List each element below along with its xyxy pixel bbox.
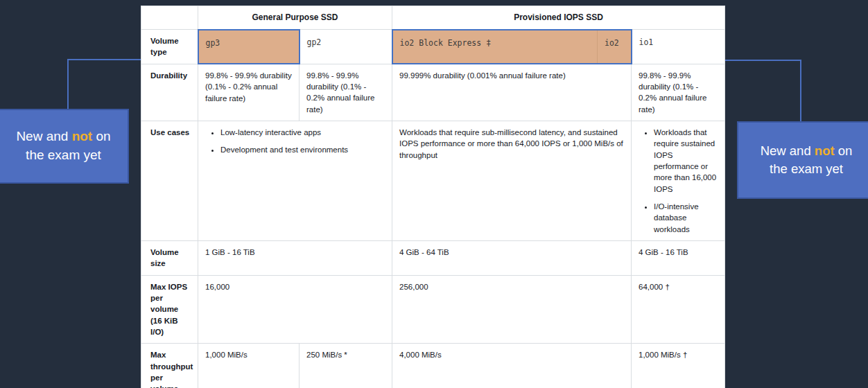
connector-line-right-horizontal (724, 60, 801, 61)
cell-max-iops-gp: 16,000 (198, 275, 392, 344)
callout-text-pre: New and (761, 143, 815, 158)
list-item: Workloads that require sustained IOPS pe… (654, 127, 718, 195)
use-cases-io1-list: Workloads that require sustained IOPS pe… (639, 127, 718, 235)
cell-max-throughput-gp3: 1,000 MiB/s (198, 344, 300, 388)
cell-volume-type-io2: io2 (598, 30, 632, 64)
cell-use-cases-general-purpose: Low-latency interactive apps Development… (198, 121, 392, 240)
connector-line-left-horizontal (67, 59, 141, 60)
cell-max-iops-io2: 256,000 (392, 275, 632, 344)
callout-text-post: on (835, 143, 853, 158)
header-empty-cell (141, 6, 198, 30)
row-label-use-cases: Use cases (141, 121, 198, 240)
header-general-purpose-ssd: General Purpose SSD (198, 6, 392, 30)
header-provisioned-iops-ssd: Provisioned IOPS SSD (392, 6, 725, 30)
table-row-durability: Durability 99.8% - 99.9% durability (0.1… (141, 64, 725, 121)
cell-max-throughput-io1: 1,000 MiB/s † (632, 344, 725, 388)
callout-text-pre: New and (16, 129, 71, 143)
cell-volume-type-io1: io1 (632, 30, 725, 64)
row-label-durability: Durability (141, 64, 198, 121)
callout-left-line1: New and not on (16, 127, 110, 146)
cell-use-cases-io2: Workloads that require sub-millisecond l… (392, 121, 632, 240)
table-header-row: General Purpose SSD Provisioned IOPS SSD (141, 6, 725, 30)
cell-volume-size-gp: 1 GiB - 16 TiB (198, 240, 392, 275)
connector-line-left-vertical (67, 59, 69, 109)
cell-durability-gp3: 99.8% - 99.9% durability (0.1% - 0.2% an… (198, 64, 300, 121)
callout-left: New and not on the exam yet (0, 109, 129, 184)
callout-text-post: on (92, 129, 110, 143)
row-label-volume-size: Volume size (141, 240, 198, 275)
row-label-max-throughput: Max throughput per volume (141, 344, 198, 388)
cell-max-throughput-gp2: 250 MiB/s * (300, 344, 392, 388)
row-label-max-iops: Max IOPS per volume (16 KiB I/O) (141, 275, 198, 344)
use-cases-gp-list: Low-latency interactive apps Development… (205, 127, 385, 156)
row-label-volume-type: Volume type (141, 30, 198, 64)
cell-durability-gp2: 99.8% - 99.9% durability (0.1% - 0.2% an… (300, 64, 392, 121)
table-row-volume-size: Volume size 1 GiB - 16 TiB 4 GiB - 64 Ti… (141, 240, 725, 275)
cell-use-cases-io1: Workloads that require sustained IOPS pe… (632, 121, 725, 240)
cell-volume-type-gp2: gp2 (300, 30, 392, 64)
table-row-use-cases: Use cases Low-latency interactive apps D… (141, 121, 725, 240)
list-item: I/O-intensive database workloads (654, 201, 718, 235)
cell-volume-size-io2: 4 GiB - 64 TiB (392, 240, 632, 275)
ebs-volume-comparison-table: General Purpose SSD Provisioned IOPS SSD… (141, 6, 725, 388)
callout-left-line2: the exam yet (26, 146, 101, 165)
list-item: Low-latency interactive apps (220, 127, 385, 138)
callout-right-line1: New and not on (761, 142, 853, 160)
callout-right: New and not on the exam yet (737, 121, 868, 199)
connector-line-right-vertical (800, 60, 801, 122)
cell-max-throughput-io2: 4,000 MiB/s (392, 344, 632, 388)
table-row-max-iops: Max IOPS per volume (16 KiB I/O) 16,000 … (141, 275, 725, 344)
callout-right-line2: the exam yet (770, 160, 843, 178)
list-item: Development and test environments (220, 144, 385, 155)
callout-emphasis: not (815, 143, 835, 158)
cell-durability-io1: 99.8% - 99.9% durability (0.1% - 0.2% an… (632, 64, 725, 121)
cell-volume-type-gp3: gp3 (198, 30, 300, 64)
table-row-max-throughput: Max throughput per volume 1,000 MiB/s 25… (141, 344, 725, 388)
slide-background: New and not on the exam yet New and not … (0, 0, 868, 388)
cell-volume-size-io1: 4 GiB - 16 TiB (632, 240, 725, 275)
callout-emphasis: not (72, 129, 93, 143)
table-row-volume-type: Volume type gp3 gp2 io2 Block Express ‡ … (141, 30, 725, 64)
cell-durability-io2: 99.999% durability (0.001% annual failur… (392, 64, 632, 121)
cell-max-iops-io1: 64,000 † (632, 275, 725, 344)
cell-volume-type-io2-block-express: io2 Block Express ‡ (392, 30, 598, 64)
